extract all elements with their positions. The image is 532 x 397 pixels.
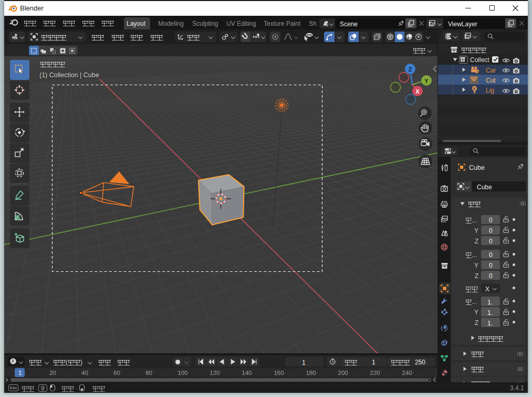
svg-text:Y: Y (424, 78, 429, 84)
svg-text:X: X (415, 88, 420, 95)
svg-text:Z: Z (409, 66, 412, 73)
